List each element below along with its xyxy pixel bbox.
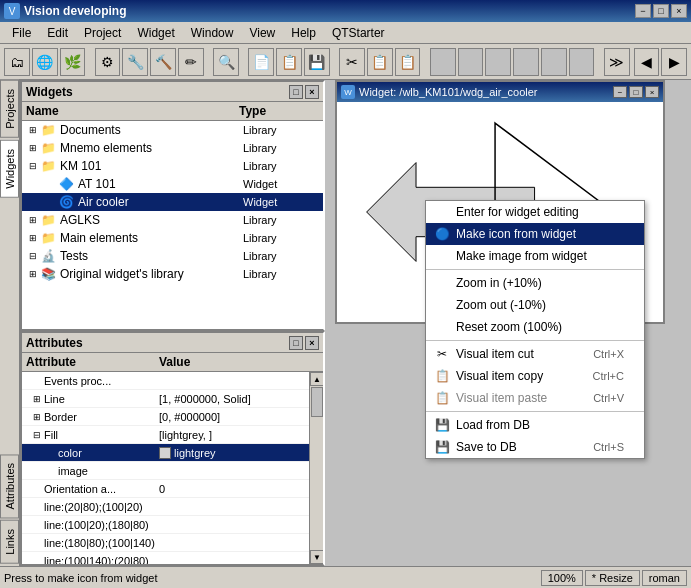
ctx-make-icon[interactable]: 🔵 Make icon from widget <box>426 223 644 245</box>
toolbar-btn-b3[interactable] <box>485 48 511 76</box>
ctx-make-image[interactable]: Make image from widget <box>426 245 644 267</box>
toolbar-btn-b2[interactable] <box>458 48 484 76</box>
toolbar-btn-open[interactable]: 🗂 <box>4 48 30 76</box>
menu-qtstarter[interactable]: QTStarter <box>324 24 393 42</box>
ctx-reset-zoom-label: Reset zoom (100%) <box>456 320 624 334</box>
attributes-panel-expand[interactable]: □ <box>289 336 303 350</box>
toolbar-btn-cut[interactable]: ✂ <box>339 48 365 76</box>
tab-attributes[interactable]: Attributes <box>0 454 19 518</box>
tree-item-documents[interactable]: ⊞ 📁 Documents Library <box>22 121 323 139</box>
widgets-panel-expand[interactable]: □ <box>289 85 303 99</box>
toolbar-btn-paste2[interactable]: 📋 <box>395 48 421 76</box>
toolbar-btn-b5[interactable] <box>541 48 567 76</box>
attr-line2[interactable]: line:(100|20);(180|80) <box>22 516 323 534</box>
ctx-reset-zoom[interactable]: Reset zoom (100%) <box>426 316 644 338</box>
expand-line[interactable]: ⊞ <box>30 394 44 404</box>
attr-line1[interactable]: line:(20|80);(100|20) <box>22 498 323 516</box>
attr-line[interactable]: ⊞ Line [1, #000000, Solid] <box>22 390 323 408</box>
expand-border[interactable]: ⊞ <box>30 412 44 422</box>
menu-window[interactable]: Window <box>183 24 242 42</box>
attr-orientation[interactable]: Orientation a... 0 <box>22 480 323 498</box>
attr-scrollbar[interactable]: ▲ ▼ <box>309 372 323 564</box>
toolbar-btn-tree[interactable]: 🌿 <box>60 48 86 76</box>
ctx-zoom-out[interactable]: Zoom out (-10%) <box>426 294 644 316</box>
ctx-load-db-label: Load from DB <box>456 418 624 432</box>
scroll-thumb[interactable] <box>311 387 323 417</box>
attr-content[interactable]: Events proc... ⊞ Line [1, #000000, Solid… <box>22 372 323 564</box>
tree-item-aglks[interactable]: ⊞ 📁 AGLKS Library <box>22 211 323 229</box>
toolbar-btn-b6[interactable] <box>569 48 595 76</box>
scroll-up-btn[interactable]: ▲ <box>310 372 323 386</box>
scroll-down-btn[interactable]: ▼ <box>310 550 323 564</box>
ctx-load-db[interactable]: 💾 Load from DB <box>426 414 644 436</box>
expand-aglks[interactable]: ⊞ <box>26 215 40 225</box>
tab-projects[interactable]: Projects <box>0 80 19 138</box>
minimize-button[interactable]: − <box>635 4 651 18</box>
ctx-visual-cut[interactable]: ✂ Visual item cut Ctrl+X <box>426 343 644 365</box>
expand-mainelements[interactable]: ⊞ <box>26 233 40 243</box>
tree-item-mainelements[interactable]: ⊞ 📁 Main elements Library <box>22 229 323 247</box>
maximize-button[interactable]: □ <box>653 4 669 18</box>
toolbar-btn-edit[interactable]: ✏ <box>178 48 204 76</box>
attr-fill[interactable]: ⊟ Fill [lightgrey, ] <box>22 426 323 444</box>
toolbar-btn-gear[interactable]: ⚙ <box>95 48 121 76</box>
toolbar-btn-globe[interactable]: 🌐 <box>32 48 58 76</box>
attributes-panel-close[interactable]: × <box>305 336 319 350</box>
toolbar-btn-b4[interactable] <box>513 48 539 76</box>
attr-fill-color[interactable]: color lightgrey <box>22 444 323 462</box>
attr-border[interactable]: ⊞ Border [0, #000000] <box>22 408 323 426</box>
menu-view[interactable]: View <box>241 24 283 42</box>
toolbar-btn-tool[interactable]: 🔧 <box>122 48 148 76</box>
tree-item-at101[interactable]: 🔷 AT 101 Widget <box>22 175 323 193</box>
expand-documents[interactable]: ⊞ <box>26 125 40 135</box>
toolbar-btn-copy1[interactable]: 📄 <box>248 48 274 76</box>
menu-widget[interactable]: Widget <box>129 24 182 42</box>
tab-links[interactable]: Links <box>0 520 19 564</box>
toolbar-btn-b1[interactable] <box>430 48 456 76</box>
widget-minimize-btn[interactable]: − <box>613 86 627 98</box>
tree-item-km101[interactable]: ⊟ 📁 KM 101 Library <box>22 157 323 175</box>
app-icon: V <box>4 3 20 19</box>
attr-line3[interactable]: line:(180|80);(100|140) <box>22 534 323 552</box>
widgets-panel-close[interactable]: × <box>305 85 319 99</box>
expand-origlib[interactable]: ⊞ <box>26 269 40 279</box>
tree-item-aircooler[interactable]: 🌀 Air cooler Widget <box>22 193 323 211</box>
toolbar-btn-hammer[interactable]: 🔨 <box>150 48 176 76</box>
tree-item-tests[interactable]: ⊟ 🔬 Tests Library <box>22 247 323 265</box>
menu-help[interactable]: Help <box>283 24 324 42</box>
ctx-visual-copy[interactable]: 📋 Visual item copy Ctrl+C <box>426 365 644 387</box>
attr-fill-image[interactable]: image <box>22 462 323 480</box>
ctx-enter-edit[interactable]: Enter for widget editing <box>426 201 644 223</box>
status-mode[interactable]: * Resize <box>585 570 640 586</box>
menu-edit[interactable]: Edit <box>39 24 76 42</box>
widget-maximize-btn[interactable]: □ <box>629 86 643 98</box>
tree-item-origlib[interactable]: ⊞ 📚 Original widget's library Library <box>22 265 323 283</box>
status-user[interactable]: roman <box>642 570 687 586</box>
ctx-save-db[interactable]: 💾 Save to DB Ctrl+S <box>426 436 644 458</box>
toolbar-btn-save[interactable]: 💾 <box>304 48 330 76</box>
attr-line4[interactable]: line:(100|140);(20|80) <box>22 552 323 564</box>
toolbar-btn-search[interactable]: 🔍 <box>213 48 239 76</box>
toolbar-btn-back[interactable]: ◀ <box>634 48 660 76</box>
ctx-zoom-in[interactable]: Zoom in (+10%) <box>426 272 644 294</box>
toolbar-btn-chevron[interactable]: ≫ <box>604 48 630 76</box>
attr-events-proc[interactable]: Events proc... <box>22 372 323 390</box>
status-text: Press to make icon from widget <box>4 572 157 584</box>
scroll-track[interactable] <box>310 386 323 550</box>
toolbar-btn-paste1[interactable]: 📋 <box>367 48 393 76</box>
menu-project[interactable]: Project <box>76 24 129 42</box>
tree-item-mnemo[interactable]: ⊞ 📁 Mnemo elements Library <box>22 139 323 157</box>
expand-km101[interactable]: ⊟ <box>26 161 40 171</box>
tab-widgets[interactable]: Widgets <box>0 140 19 198</box>
status-zoom[interactable]: 100% <box>541 570 583 586</box>
widget-close-btn[interactable]: × <box>645 86 659 98</box>
expand-mnemo[interactable]: ⊞ <box>26 143 40 153</box>
expand-tests[interactable]: ⊟ <box>26 251 40 261</box>
val-orientation: 0 <box>159 483 319 495</box>
menu-file[interactable]: File <box>4 24 39 42</box>
toolbar-btn-forward[interactable]: ▶ <box>661 48 687 76</box>
toolbar-btn-copy2[interactable]: 📋 <box>276 48 302 76</box>
widget-tree[interactable]: ⊞ 📁 Documents Library ⊞ 📁 Mnemo elements… <box>22 121 323 329</box>
expand-fill[interactable]: ⊟ <box>30 430 44 440</box>
close-button[interactable]: × <box>671 4 687 18</box>
